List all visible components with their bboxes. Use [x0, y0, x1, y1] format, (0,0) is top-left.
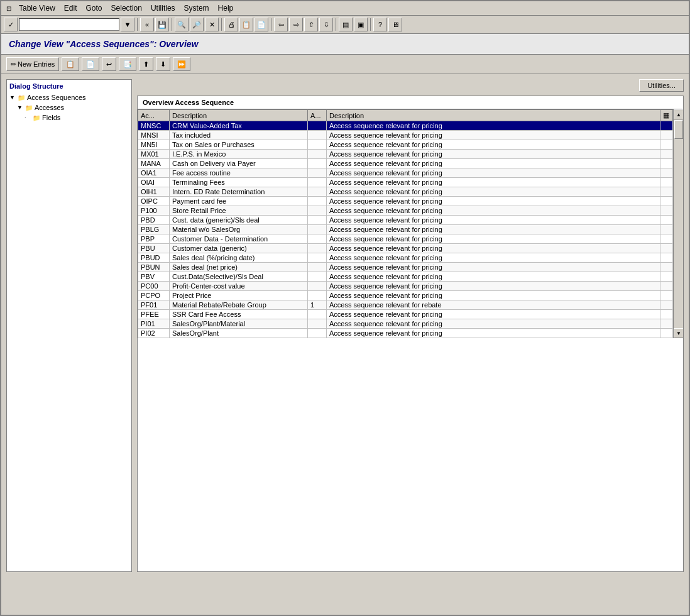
menu-edit[interactable]: Edit	[60, 3, 81, 14]
cell-description: SalesOrg/Plant	[170, 329, 308, 338]
movedown-btn[interactable]: ⬇	[156, 57, 170, 71]
command-field[interactable]	[19, 18, 119, 31]
menu-system[interactable]: System	[180, 3, 213, 14]
find3-btn[interactable]: ✕	[205, 18, 219, 31]
moveup-icon: ⬆	[143, 60, 149, 69]
cell-desc2: Access sequence relevant for pricing	[327, 216, 660, 225]
cell-empty	[660, 282, 673, 291]
scroll-down-button[interactable]: ▼	[674, 328, 684, 338]
table-row[interactable]: PFEESSR Card Fee AccessAccess sequence r…	[138, 310, 673, 319]
paste-btn[interactable]: 📄	[82, 57, 99, 71]
moveup-btn[interactable]: ⬆	[139, 57, 153, 71]
print-btn[interactable]: 🖨	[224, 18, 238, 31]
cell-description: I.E.P.S. in Mexico	[170, 150, 308, 159]
menu-tableview[interactable]: Table View	[15, 3, 59, 14]
cell-desc2: Access sequence relevant for pricing	[327, 234, 660, 244]
cell-a	[308, 263, 327, 272]
tree-item-fields[interactable]: · 📁 Fields	[25, 113, 129, 123]
col-header-description: Description	[170, 110, 308, 121]
cell-desc2: Access sequence relevant for pricing	[327, 319, 660, 329]
table-row[interactable]: MANACash on Delivery via PayerAccess seq…	[138, 159, 673, 168]
cell-desc2: Access sequence relevant for pricing	[327, 168, 660, 178]
menu-bar: ⊡ Table View Edit Goto Selection Utiliti…	[1, 1, 689, 16]
cell-desc2: Access sequence relevant for pricing	[327, 206, 660, 216]
cell-empty	[660, 319, 673, 329]
window-icon: ⊡	[4, 3, 14, 13]
win1-btn[interactable]: ▤	[339, 18, 353, 31]
cell-ac: OIPC	[138, 197, 170, 206]
help-btn[interactable]: ?	[373, 18, 387, 31]
tree-item-access-sequences[interactable]: ▼ 📁 Access Sequences	[9, 92, 129, 102]
details-btn[interactable]: 📑	[119, 57, 136, 71]
table-row[interactable]: OIPCPayment card feeAccess sequence rele…	[138, 197, 673, 206]
undo-btn[interactable]: ↩	[102, 57, 116, 71]
cell-desc2: Access sequence relevant for pricing	[327, 263, 660, 272]
table-row[interactable]: MX01I.E.P.S. in MexicoAccess sequence re…	[138, 150, 673, 159]
column-settings-icon[interactable]: ▦	[663, 111, 669, 119]
dropdown-btn[interactable]: ▼	[121, 18, 134, 31]
table-row[interactable]: MNSITax includedAccess sequence relevant…	[138, 131, 673, 140]
menu-goto[interactable]: Goto	[82, 3, 106, 14]
table-with-scroll: Ac... Description A... Description ▦ MNS…	[138, 109, 683, 338]
print3-btn[interactable]: 📄	[255, 18, 268, 31]
table-row[interactable]: OIA1Fee access routineAccess sequence re…	[138, 168, 673, 178]
table-row[interactable]: OIH1Intern. ED Rate DeterminationAccess …	[138, 187, 673, 197]
scroll-up-button[interactable]: ▲	[674, 109, 684, 119]
moveend-btn[interactable]: ⏩	[173, 57, 190, 71]
table-row[interactable]: PBPCustomer Data - DeterminationAccess s…	[138, 234, 673, 244]
menu-utilities[interactable]: Utilities	[147, 3, 179, 14]
table-row[interactable]: MN5ITax on Sales or PurchasesAccess sequ…	[138, 140, 673, 150]
table-row[interactable]: PBUCustomer data (generic)Access sequenc…	[138, 244, 673, 253]
table-row[interactable]: PF01Material Rebate/Rebate Group1Access …	[138, 300, 673, 310]
cell-desc2: Access sequence relevant for pricing	[327, 253, 660, 263]
table-row[interactable]: OIAITerminaling FeesAccess sequence rele…	[138, 178, 673, 187]
cell-desc2: Access sequence relevant for pricing	[327, 310, 660, 319]
right-panel: Utilities... Overview Access Sequence Ac…	[137, 79, 684, 572]
nav3-btn[interactable]: ⇧	[304, 18, 318, 31]
copy-icon: 📋	[66, 60, 75, 69]
scroll-thumb[interactable]	[674, 120, 683, 139]
utilities-button[interactable]: Utilities...	[639, 79, 684, 92]
cell-a	[308, 234, 327, 244]
table-row[interactable]: PI02SalesOrg/PlantAccess sequence releva…	[138, 329, 673, 338]
cell-a	[308, 329, 327, 338]
find-btn[interactable]: 🔍	[175, 18, 189, 31]
cell-ac: PC00	[138, 282, 170, 291]
nav2-btn[interactable]: ⇨	[289, 18, 303, 31]
table-row[interactable]: PBLGMaterial w/o SalesOrgAccess sequence…	[138, 225, 673, 234]
table-row[interactable]: P100Store Retail PriceAccess sequence re…	[138, 206, 673, 216]
tree-label-access-sequences: Access Sequences	[27, 94, 86, 101]
win2-btn[interactable]: ▣	[354, 18, 368, 31]
cell-empty	[660, 140, 673, 150]
moveend-icon: ⏩	[177, 60, 186, 69]
table-row[interactable]: MNSCCRM Value-Added TaxAccess sequence r…	[138, 121, 673, 131]
table-row[interactable]: PBUDSales deal (%/pricing date)Access se…	[138, 253, 673, 263]
table-row[interactable]: PBVCust.Data(Selective)/Sls DealAccess s…	[138, 272, 673, 282]
cell-a	[308, 216, 327, 225]
monitor-btn[interactable]: 🖥	[388, 18, 402, 31]
cell-a	[308, 159, 327, 168]
print2-btn[interactable]: 📋	[239, 18, 253, 31]
cell-empty	[660, 253, 673, 263]
table-row[interactable]: PCPOProject PriceAccess sequence relevan…	[138, 291, 673, 300]
table-row[interactable]: PC00Profit-Center-cost valueAccess seque…	[138, 282, 673, 291]
cell-a	[308, 225, 327, 234]
menu-help[interactable]: Help	[214, 3, 238, 14]
nav4-btn[interactable]: ⇩	[319, 18, 333, 31]
back-button[interactable]: ✓	[4, 18, 18, 31]
cell-ac: PBUD	[138, 253, 170, 263]
vertical-scrollbar[interactable]: ▲ ▼	[673, 109, 683, 338]
menu-selection[interactable]: Selection	[107, 3, 146, 14]
save-btn[interactable]: 💾	[155, 18, 169, 31]
new-entries-button[interactable]: ✏ New Entries	[6, 57, 59, 71]
copy-btn[interactable]: 📋	[62, 57, 79, 71]
table-row[interactable]: PBUNSales deal (net price)Access sequenc…	[138, 263, 673, 272]
find2-btn[interactable]: 🔎	[190, 18, 204, 31]
table-row[interactable]: PBDCust. data (generic)/Sls dealAccess s…	[138, 216, 673, 225]
cell-desc2: Access sequence relevant for pricing	[327, 225, 660, 234]
prev-btn[interactable]: «	[140, 18, 154, 31]
table-scroll-area[interactable]: Ac... Description A... Description ▦ MNS…	[138, 109, 673, 338]
nav1-btn[interactable]: ⇦	[274, 18, 288, 31]
tree-item-accesses[interactable]: ▼ 📁 Accesses	[17, 102, 129, 113]
table-row[interactable]: PI01SalesOrg/Plant/MaterialAccess sequen…	[138, 319, 673, 329]
